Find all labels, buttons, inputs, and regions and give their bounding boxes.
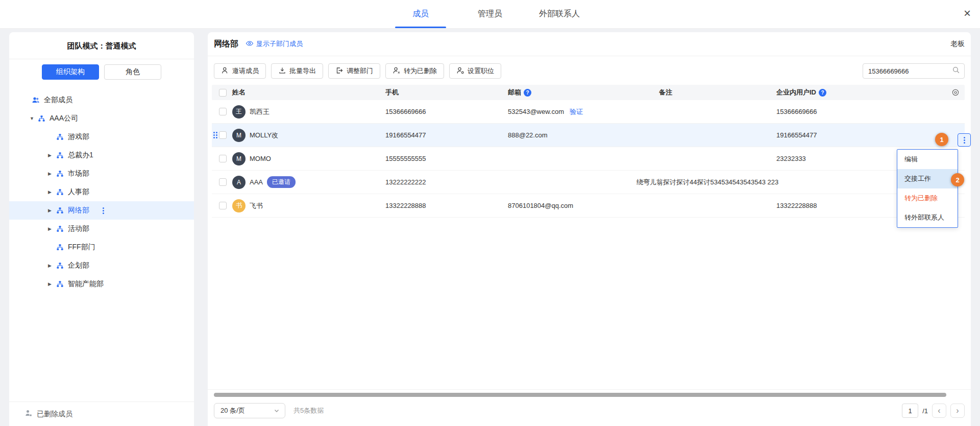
table-row: M MOMO 15555555555 23232333 <box>212 147 965 171</box>
tree-node-fff-dept[interactable]: FFF部门 <box>9 238 194 256</box>
department-icon <box>56 207 64 215</box>
department-icon <box>56 262 64 270</box>
sidebar-item-all-members[interactable]: 全部成员 <box>9 91 194 109</box>
drag-handle-icon[interactable] <box>213 132 217 138</box>
deleted-person-icon <box>24 409 33 419</box>
pagination-bar: 20 条/页 共5条数据 /1 ‹ › <box>214 403 965 418</box>
department-icon <box>56 133 64 141</box>
caret-right-icon[interactable]: ▶ <box>48 171 56 176</box>
member-phone: 13322228888 <box>381 202 504 209</box>
tree-label: 企划部 <box>68 261 89 270</box>
table-row: 王 凯西王 15366669666 532543@wew.com 验证 1536… <box>212 100 965 124</box>
deleted-members-entry[interactable]: 已删除成员 <box>9 401 194 426</box>
tree-node-smart-capacity-dept[interactable]: ▶ 智能产能部 <box>9 275 194 293</box>
member-name: 飞书 <box>250 201 263 210</box>
batch-export-button[interactable]: 批量导出 <box>271 63 323 79</box>
help-icon[interactable]: ? <box>524 89 531 97</box>
tree-label: 网络部 <box>68 206 89 215</box>
caret-right-icon[interactable]: ▶ <box>48 226 56 231</box>
button-label: 批量导出 <box>289 66 316 76</box>
person-gear-icon <box>456 66 464 76</box>
member-user-id: 15366669666 <box>774 108 922 115</box>
row-context-menu: 编辑 交接工作 转为已删除 转外部联系人 <box>897 149 958 228</box>
tree-node-activity-dept[interactable]: ▶ 活动部 <box>9 220 194 238</box>
caret-right-icon[interactable]: ▶ <box>48 190 56 195</box>
sidebar: 团队模式：普通模式 组织架构 角色 全部成员 ▼ AAA公司 游戏部 ▶ <box>9 32 194 426</box>
help-icon[interactable]: ? <box>819 89 826 97</box>
avatar: M <box>232 129 246 142</box>
horizontal-scrollbar[interactable] <box>214 393 946 397</box>
caret-right-icon[interactable]: ▶ <box>48 263 56 268</box>
column-settings-icon[interactable] <box>922 88 965 97</box>
member-phone: 19166554477 <box>381 131 504 139</box>
tree-label: 总裁办1 <box>68 151 93 160</box>
tree-node-game-dept[interactable]: 游戏部 <box>9 128 194 146</box>
move-to-deleted-button[interactable]: 转为已删除 <box>385 63 444 79</box>
row-checkbox[interactable] <box>219 178 227 186</box>
menu-item-edit[interactable]: 编辑 <box>897 150 958 169</box>
tree-label: FFF部门 <box>68 243 95 252</box>
row-checkbox[interactable] <box>219 108 227 115</box>
more-options-icon <box>964 137 965 144</box>
show-sub-dept-toggle[interactable]: 显示子部门成员 <box>246 39 303 49</box>
menu-item-move-to-deleted[interactable]: 转为已删除 <box>897 188 958 208</box>
tutorial-step-badge-1: 1 <box>935 133 948 146</box>
caret-right-icon[interactable]: ▶ <box>48 208 56 213</box>
close-icon[interactable]: × <box>964 6 971 20</box>
tree-node-market-dept[interactable]: ▶ 市场部 <box>9 164 194 183</box>
more-options-icon[interactable] <box>103 207 104 214</box>
org-structure-button[interactable]: 组织架构 <box>42 64 99 80</box>
department-title: 网络部 <box>214 39 238 50</box>
member-name-cell: M MOLLY改 <box>232 129 381 142</box>
search-input[interactable] <box>868 67 952 75</box>
member-name-cell: 王 凯西王 <box>232 105 381 119</box>
prev-page-button[interactable]: ‹ <box>932 404 946 418</box>
person-add-icon <box>221 66 229 76</box>
caret-right-icon[interactable]: ▶ <box>48 153 56 158</box>
member-name: AAA <box>250 178 263 186</box>
tree-node-network-dept[interactable]: ▶ 网络部 <box>9 201 194 220</box>
page-size-select[interactable]: 20 条/页 <box>214 403 285 418</box>
row-more-actions-button[interactable] <box>958 133 971 147</box>
member-name-cell: M MOMO <box>232 152 381 165</box>
tab-external-contacts[interactable]: 外部联系人 <box>534 0 585 28</box>
set-position-button[interactable]: 设置职位 <box>449 63 501 79</box>
eye-icon <box>246 39 254 49</box>
invite-member-button[interactable]: 邀请成员 <box>214 63 266 79</box>
menu-item-handover-work[interactable]: 交接工作 <box>897 169 958 188</box>
tree-label: AAA公司 <box>50 114 78 123</box>
search-icon[interactable] <box>952 66 960 76</box>
col-name: 姓名 <box>232 88 381 97</box>
role-button[interactable]: 角色 <box>104 64 161 80</box>
department-icon <box>56 152 64 159</box>
col-email: 邮箱 ? <box>504 88 636 97</box>
member-name: 凯西王 <box>250 107 270 116</box>
select-all-checkbox[interactable] <box>219 89 227 97</box>
department-icon <box>56 170 64 178</box>
row-checkbox[interactable] <box>219 131 227 139</box>
caret-down-icon[interactable]: ▼ <box>30 116 38 121</box>
next-page-button[interactable]: › <box>950 404 965 418</box>
tree-node-hr-dept[interactable]: ▶ 人事部 <box>9 183 194 201</box>
people-icon <box>32 96 40 104</box>
tree-node-aaa-company[interactable]: ▼ AAA公司 <box>9 109 194 128</box>
caret-right-icon[interactable]: ▶ <box>48 281 56 287</box>
boss-link[interactable]: 老板 <box>950 39 965 49</box>
table-row: A AAA 已邀请 13222222222 绕弯儿翁探讨探讨44探讨534534… <box>212 171 965 194</box>
department-icon <box>56 280 64 288</box>
tree-node-president-office[interactable]: ▶ 总裁办1 <box>9 146 194 164</box>
member-name: MOMO <box>250 155 271 162</box>
adjust-department-button[interactable]: 调整部门 <box>328 63 380 79</box>
tab-members[interactable]: 成员 <box>395 0 446 28</box>
menu-item-to-external-contact[interactable]: 转外部联系人 <box>897 208 958 227</box>
tree-label: 全部成员 <box>44 96 72 105</box>
page-number-input[interactable] <box>902 404 918 418</box>
tab-admins[interactable]: 管理员 <box>464 0 516 28</box>
col-email-label: 邮箱 <box>508 88 521 97</box>
total-count-text: 共5条数据 <box>293 406 324 415</box>
row-checkbox[interactable] <box>219 155 227 162</box>
row-checkbox[interactable] <box>219 202 227 209</box>
tree-node-planning-dept[interactable]: ▶ 企划部 <box>9 256 194 275</box>
button-label: 转为已删除 <box>404 66 437 76</box>
verify-link[interactable]: 验证 <box>570 107 583 116</box>
